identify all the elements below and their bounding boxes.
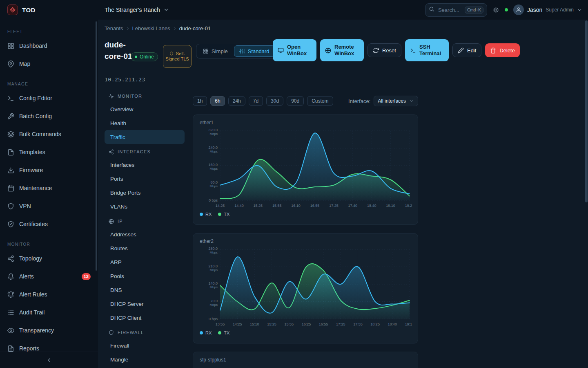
sidebar-section-manage: MANAGE [7, 79, 91, 88]
subnav-item-bridge-ports[interactable]: Bridge Ports [105, 186, 185, 200]
time-range-30d[interactable]: 30d [266, 96, 283, 106]
legend-dot-icon [218, 213, 221, 216]
traffic-chart-ether2[interactable]: 0 bps70.0Mbps140.0Mbps210.0Mbps280.0Mbps… [200, 245, 412, 330]
sidebar-item-transparency[interactable]: Transparency [0, 321, 98, 339]
time-range-1h[interactable]: 1h [193, 96, 207, 106]
traffic-chart-ether1[interactable]: 0 bps80.0Mbps160.0Mbps240.0Mbps320.0Mbps… [200, 127, 412, 211]
sidebar-item-bulk-commands[interactable]: Bulk Commands [0, 125, 98, 143]
time-range-7d[interactable]: 7d [249, 96, 263, 106]
list-icon [7, 309, 14, 316]
connection-status-dot [505, 8, 508, 11]
sidebar-item-alerts[interactable]: Alerts13 [0, 267, 98, 285]
search-input[interactable] [437, 7, 462, 13]
subnav-item-arp[interactable]: ARP [105, 255, 185, 269]
search-box[interactable]: Cmd+K [425, 3, 487, 17]
open-winbox-button[interactable]: Open WinBox [273, 39, 316, 61]
avatar [513, 4, 524, 15]
interface-select[interactable]: All interfaces [374, 96, 418, 106]
svg-text:15:55: 15:55 [284, 322, 294, 326]
sidebar-scrollbar[interactable] [96, 21, 97, 271]
svg-text:16:55: 16:55 [319, 322, 328, 326]
chart-card-sfp-sfpplus1: sfp-sfpplus1 [193, 352, 418, 368]
interface-filter: Interface: All interfaces [348, 96, 418, 106]
sidebar-item-alert-rules[interactable]: Alert Rules [0, 285, 98, 303]
online-dot-icon [135, 56, 137, 58]
svg-text:17:40: 17:40 [348, 204, 358, 208]
tenant-name: The Stranger's Ranch [105, 7, 160, 13]
breadcrumb-tenants[interactable]: Tenants [105, 25, 123, 31]
subnav-section-firewall: FIREWALL [105, 326, 185, 339]
breadcrumb-lebowski-lanes[interactable]: Lebowski Lanes [132, 25, 170, 31]
breadcrumb-dude-core-01[interactable]: dude-core-01 [179, 25, 211, 31]
sidebar-item-map[interactable]: Map [0, 55, 98, 73]
subnav-item-addresses[interactable]: Addresses [105, 227, 185, 241]
theme-toggle-button[interactable] [492, 7, 499, 13]
diamond-icon [10, 7, 16, 13]
ssh-terminal-button[interactable]: SSH Terminal [405, 39, 449, 61]
legend-dot-icon [200, 331, 203, 334]
sidebar-item-firmware[interactable]: Firmware [0, 161, 98, 179]
time-range-24h[interactable]: 24h [228, 96, 245, 106]
monitor-icon [278, 47, 284, 54]
subnav-item-dhcp-server[interactable]: DHCP Server [105, 297, 185, 311]
legend-tx[interactable]: TX [218, 212, 229, 217]
subnav-item-pools[interactable]: Pools [105, 269, 185, 283]
edit-button[interactable]: Edit [452, 43, 481, 57]
trash-icon [490, 47, 496, 54]
sidebar-item-batch-config[interactable]: Batch Config [0, 107, 98, 125]
time-range-90d[interactable]: 90d [287, 96, 304, 106]
subnav-item-mangle[interactable]: Mangle [105, 352, 185, 366]
subnav-item-addr-lists[interactable]: Addr Lists [105, 366, 185, 368]
subnav-item-interfaces[interactable]: Interfaces [105, 158, 185, 172]
view-mode-simple[interactable]: Simple [198, 45, 233, 57]
sidebar-item-reports[interactable]: Reports [0, 339, 98, 352]
chevron-down-icon [163, 7, 169, 13]
sidebar-item-dashboard[interactable]: Dashboard [0, 37, 98, 55]
svg-text:17:55: 17:55 [353, 322, 363, 326]
tenant-selector[interactable]: The Stranger's Ranch [105, 7, 169, 13]
view-mode-standard[interactable]: Standard [234, 45, 275, 57]
sidebar-item-templates[interactable]: Templates [0, 143, 98, 161]
svg-text:19:25: 19:25 [405, 204, 412, 208]
app-logo[interactable]: TOD [0, 0, 98, 20]
subnav-item-traffic[interactable]: Traffic [105, 130, 185, 144]
time-range-6h[interactable]: 6h [210, 96, 225, 106]
svg-text:280.0: 280.0 [208, 247, 218, 251]
legend-rx[interactable]: RX [200, 212, 212, 217]
sidebar-item-audit-trail[interactable]: Audit Trail [0, 303, 98, 321]
subnav-item-vlans[interactable]: VLANs [105, 200, 185, 213]
legend-tx[interactable]: TX [218, 330, 229, 335]
sidebar-item-maintenance[interactable]: Maintenance [0, 179, 98, 197]
sidebar-item-certificates[interactable]: Certificates [0, 215, 98, 233]
legend-rx[interactable]: RX [200, 330, 212, 335]
sidebar-item-topology[interactable]: Topology [0, 249, 98, 267]
subnav-item-routes[interactable]: Routes [105, 241, 185, 255]
subnav-item-dhcp-client[interactable]: DHCP Client [105, 311, 185, 325]
remote-winbox-button[interactable]: Remote WinBox [320, 39, 364, 61]
svg-text:14:40: 14:40 [234, 204, 244, 208]
shield-check-icon [7, 221, 14, 228]
svg-text:240.0: 240.0 [208, 146, 218, 150]
device-actions: Open WinBoxRemote WinBoxResetSSH Termina… [273, 39, 520, 61]
svg-text:Mbps: Mbps [209, 184, 218, 188]
sidebar-item-config-editor[interactable]: Config Editor [0, 89, 98, 107]
subnav-item-dns[interactable]: DNS [105, 283, 185, 297]
svg-text:18:25: 18:25 [370, 322, 380, 326]
subnav-item-overview[interactable]: Overview [105, 102, 185, 116]
page-scrollbar[interactable] [585, 20, 588, 368]
sidebar-item-vpn[interactable]: VPN [0, 197, 98, 215]
subnav-section-interfaces: INTERFACES [105, 146, 185, 158]
shield-icon [169, 52, 174, 56]
sidebar-collapse-button[interactable] [0, 352, 98, 368]
user-name: Jason [527, 7, 542, 13]
subnav-item-ports[interactable]: Ports [105, 172, 185, 186]
user-menu[interactable]: Jason Super Admin [513, 4, 582, 15]
svg-text:Mbps: Mbps [209, 150, 218, 153]
delete-button[interactable]: Delete [485, 43, 520, 57]
reset-button[interactable]: Reset [368, 43, 401, 57]
refresh-icon [373, 47, 379, 54]
subnav-item-health[interactable]: Health [105, 116, 185, 130]
subnav-item-firewall[interactable]: Firewall [105, 339, 185, 352]
time-range-custom[interactable]: Custom [307, 96, 333, 106]
chevron-left-icon [46, 357, 52, 364]
